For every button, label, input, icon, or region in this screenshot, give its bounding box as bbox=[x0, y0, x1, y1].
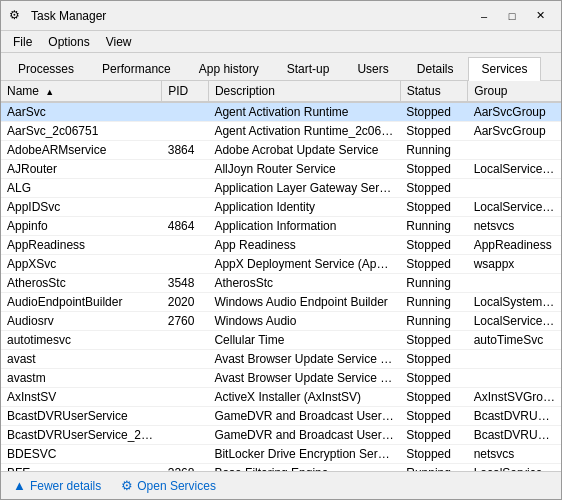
cell-status: Running bbox=[400, 217, 467, 236]
tab-performance[interactable]: Performance bbox=[89, 57, 184, 80]
cell-group: LocalServiceN... bbox=[468, 160, 561, 179]
cell-name: BFE bbox=[1, 464, 162, 472]
cell-desc: BitLocker Drive Encryption Service bbox=[208, 445, 400, 464]
content-area: Name ▲ PID Description Status Group AarS… bbox=[1, 81, 561, 471]
fewer-details-button[interactable]: ▲ Fewer details bbox=[9, 476, 105, 495]
tab-processes[interactable]: Processes bbox=[5, 57, 87, 80]
cell-group bbox=[468, 141, 561, 160]
tab-details[interactable]: Details bbox=[404, 57, 467, 80]
cell-status: Stopped bbox=[400, 350, 467, 369]
cell-name: avastm bbox=[1, 369, 162, 388]
cell-desc: AtherosStc bbox=[208, 274, 400, 293]
cell-status: Stopped bbox=[400, 331, 467, 350]
cell-pid: 2760 bbox=[162, 312, 209, 331]
fewer-details-label: Fewer details bbox=[30, 479, 101, 493]
cell-pid: 3268 bbox=[162, 464, 209, 472]
table-row[interactable]: AarSvc_2c06751Agent Activation Runtime_2… bbox=[1, 122, 561, 141]
cell-pid bbox=[162, 198, 209, 217]
table-row[interactable]: BDESVCBitLocker Drive Encryption Service… bbox=[1, 445, 561, 464]
cell-status: Running bbox=[400, 141, 467, 160]
cell-status: Stopped bbox=[400, 445, 467, 464]
services-table-container[interactable]: Name ▲ PID Description Status Group AarS… bbox=[1, 81, 561, 471]
cell-status: Stopped bbox=[400, 179, 467, 198]
cell-status: Stopped bbox=[400, 122, 467, 141]
menu-file[interactable]: File bbox=[5, 33, 40, 51]
col-header-group[interactable]: Group bbox=[468, 81, 561, 102]
cell-group: BcastDVRUser... bbox=[468, 426, 561, 445]
app-icon: ⚙ bbox=[9, 8, 25, 24]
cell-desc: Application Identity bbox=[208, 198, 400, 217]
cell-name: AxInstSV bbox=[1, 388, 162, 407]
cell-name: AudioEndpointBuilder bbox=[1, 293, 162, 312]
cell-status: Stopped bbox=[400, 236, 467, 255]
title-bar: ⚙ Task Manager – □ ✕ bbox=[1, 1, 561, 31]
cell-status: Stopped bbox=[400, 426, 467, 445]
cell-name: AarSvc bbox=[1, 102, 162, 122]
cell-pid bbox=[162, 388, 209, 407]
table-row[interactable]: ALGApplication Layer Gateway ServiceStop… bbox=[1, 179, 561, 198]
table-row[interactable]: BFE3268Base Filtering EngineRunningLocal… bbox=[1, 464, 561, 472]
cell-desc: Adobe Acrobat Update Service bbox=[208, 141, 400, 160]
cell-group: netsvcs bbox=[468, 445, 561, 464]
table-row[interactable]: AxInstSVActiveX Installer (AxInstSV)Stop… bbox=[1, 388, 561, 407]
cell-name: AarSvc_2c06751 bbox=[1, 122, 162, 141]
tab-startup[interactable]: Start-up bbox=[274, 57, 343, 80]
cell-pid bbox=[162, 426, 209, 445]
table-row[interactable]: autotimesvcCellular TimeStoppedautoTimeS… bbox=[1, 331, 561, 350]
open-services-label: Open Services bbox=[137, 479, 216, 493]
table-row[interactable]: AppIDSvcApplication IdentityStoppedLocal… bbox=[1, 198, 561, 217]
cell-group: autoTimeSvc bbox=[468, 331, 561, 350]
table-row[interactable]: Appinfo4864Application InformationRunnin… bbox=[1, 217, 561, 236]
tab-app-history[interactable]: App history bbox=[186, 57, 272, 80]
cell-desc: Application Information bbox=[208, 217, 400, 236]
cell-pid bbox=[162, 445, 209, 464]
maximize-button[interactable]: □ bbox=[499, 6, 525, 26]
cell-desc: Windows Audio Endpoint Builder bbox=[208, 293, 400, 312]
cell-pid bbox=[162, 236, 209, 255]
cell-status: Running bbox=[400, 312, 467, 331]
cell-group: AppReadiness bbox=[468, 236, 561, 255]
cell-name: BcastDVRUserService bbox=[1, 407, 162, 426]
cell-pid bbox=[162, 407, 209, 426]
table-row[interactable]: AdobeARMservice3864Adobe Acrobat Update … bbox=[1, 141, 561, 160]
cell-group: AarSvcGroup bbox=[468, 102, 561, 122]
cell-pid bbox=[162, 350, 209, 369]
minimize-button[interactable]: – bbox=[471, 6, 497, 26]
table-row[interactable]: AJRouterAllJoyn Router ServiceStoppedLoc… bbox=[1, 160, 561, 179]
cell-name: AppXSvc bbox=[1, 255, 162, 274]
cell-pid bbox=[162, 255, 209, 274]
table-row[interactable]: avastAvast Browser Update Service (avast… bbox=[1, 350, 561, 369]
table-row[interactable]: BcastDVRUserService_2c067...GameDVR and … bbox=[1, 426, 561, 445]
col-header-desc[interactable]: Description bbox=[208, 81, 400, 102]
col-header-name[interactable]: Name ▲ bbox=[1, 81, 162, 102]
cell-name: ALG bbox=[1, 179, 162, 198]
table-row[interactable]: AppXSvcAppX Deployment Service (AppXSVC)… bbox=[1, 255, 561, 274]
menu-view[interactable]: View bbox=[98, 33, 140, 51]
cell-desc: GameDVR and Broadcast User Service bbox=[208, 407, 400, 426]
cell-pid bbox=[162, 102, 209, 122]
cell-name: BDESVC bbox=[1, 445, 162, 464]
menu-options[interactable]: Options bbox=[40, 33, 97, 51]
tab-users[interactable]: Users bbox=[344, 57, 401, 80]
cell-desc: Windows Audio bbox=[208, 312, 400, 331]
table-row[interactable]: BcastDVRUserServiceGameDVR and Broadcast… bbox=[1, 407, 561, 426]
col-header-status[interactable]: Status bbox=[400, 81, 467, 102]
cell-name: AppReadiness bbox=[1, 236, 162, 255]
table-row[interactable]: avastmAvast Browser Update Service (avas… bbox=[1, 369, 561, 388]
open-services-button[interactable]: ⚙ Open Services bbox=[117, 476, 220, 495]
cell-status: Stopped bbox=[400, 102, 467, 122]
cell-desc: Application Layer Gateway Service bbox=[208, 179, 400, 198]
table-row[interactable]: AppReadinessApp ReadinessStoppedAppReadi… bbox=[1, 236, 561, 255]
table-row[interactable]: AudioEndpointBuilder2020Windows Audio En… bbox=[1, 293, 561, 312]
task-manager-window: ⚙ Task Manager – □ ✕ File Options View P… bbox=[0, 0, 562, 500]
tab-services[interactable]: Services bbox=[468, 57, 540, 81]
table-row[interactable]: AtherosStc3548AtherosStcRunning bbox=[1, 274, 561, 293]
table-row[interactable]: AarSvcAgent Activation RuntimeStoppedAar… bbox=[1, 102, 561, 122]
cell-pid bbox=[162, 122, 209, 141]
cell-status: Stopped bbox=[400, 160, 467, 179]
cell-status: Running bbox=[400, 464, 467, 472]
close-button[interactable]: ✕ bbox=[527, 6, 553, 26]
cell-pid bbox=[162, 160, 209, 179]
col-header-pid[interactable]: PID bbox=[162, 81, 209, 102]
table-row[interactable]: Audiosrv2760Windows AudioRunningLocalSer… bbox=[1, 312, 561, 331]
